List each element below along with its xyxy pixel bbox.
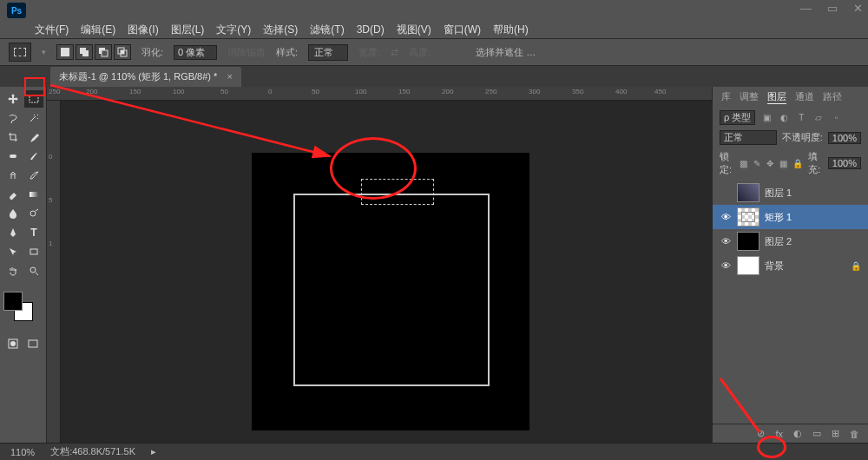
document-tab-close[interactable]: × [227,71,232,82]
menu-help[interactable]: 帮助(H) [493,23,529,37]
delete-layer-icon[interactable]: 🗑 [850,429,859,439]
menu-view[interactable]: 视图(V) [397,23,431,37]
svg-rect-7 [121,50,124,54]
tool-pen[interactable] [3,224,23,241]
layer-row[interactable]: 图层 1 [713,181,868,205]
layer-name[interactable]: 图层 2 [765,235,792,248]
visibility-toggle[interactable]: 👁 [720,212,732,222]
svg-point-15 [10,341,16,346]
window-close[interactable]: ✕ [853,2,863,15]
fill-input[interactable]: 100% [828,157,861,169]
tool-history-brush[interactable] [24,167,43,184]
fx-icon[interactable]: fx [775,429,783,439]
filter-shape-icon[interactable]: ▱ [812,113,825,123]
screen-mode[interactable] [25,335,42,352]
tool-eraser[interactable] [3,186,23,203]
tool-preset-chevron-icon[interactable]: ▾ [42,48,46,56]
feather-input[interactable]: 0 像素 [174,45,217,60]
layer-row[interactable]: 👁 矩形 1 [713,205,868,229]
svg-rect-9 [10,154,16,158]
layer-row[interactable]: 👁 图层 2 [713,229,868,253]
window-minimize[interactable]: — [800,2,812,15]
tab-channels[interactable]: 通道 [795,90,814,104]
active-tool-preview[interactable] [9,43,31,62]
tool-clone[interactable] [3,167,23,184]
adjustment-icon[interactable]: ▭ [812,428,821,439]
menu-3d[interactable]: 3D(D) [357,23,385,36]
canvas[interactable] [61,101,712,443]
layer-row[interactable]: 👁 背景 🔒 [713,253,868,278]
ruler-mark: 50 [220,88,228,95]
layer-thumb [737,207,760,227]
lock-paint-icon[interactable]: ✎ [753,158,760,168]
filter-smart-icon[interactable]: ▫ [830,113,842,123]
mask-icon[interactable]: ◐ [793,428,802,439]
menu-type[interactable]: 文字(Y) [216,23,251,37]
menu-window[interactable]: 窗口(W) [444,23,481,37]
style-select[interactable]: 正常 [308,44,348,61]
selection-subtract[interactable] [95,44,112,60]
lock-nest-icon[interactable]: ▦ [779,158,787,168]
menu-edit[interactable]: 编辑(E) [81,23,115,37]
blend-mode-select[interactable]: 正常 [720,130,777,145]
menu-filter[interactable]: 滤镜(T) [310,23,344,37]
status-chevron-icon[interactable]: ▸ [151,446,156,457]
visibility-toggle[interactable]: 👁 [720,260,732,271]
tool-crop[interactable] [3,128,23,146]
menu-bar: 文件(F) 编辑(E) 图像(I) 图层(L) 文字(Y) 选择(S) 滤镜(T… [0,21,868,38]
refine-edge-button[interactable]: 选择并遮住 … [476,46,536,59]
layer-name[interactable]: 矩形 1 [765,211,792,224]
zoom-level[interactable]: 110% [10,447,35,457]
menu-layer[interactable]: 图层(L) [171,23,205,37]
tool-eyedropper[interactable] [24,128,43,146]
filter-adjust-icon[interactable]: ◐ [778,113,790,123]
tool-marquee[interactable] [24,90,43,108]
menu-file[interactable]: 文件(F) [35,23,69,37]
tool-rectangle[interactable] [24,243,43,260]
tab-adjust[interactable]: 调整 [740,90,759,104]
tool-dodge[interactable] [24,205,43,222]
ruler-horizontal[interactable]: 250 200 150 100 50 0 50 100 150 200 250 … [47,87,712,101]
document-artboard [252,153,529,430]
tool-gradient[interactable] [24,186,43,203]
color-swatches[interactable] [3,292,33,321]
tab-layers[interactable]: 图层 [767,90,786,104]
menu-image[interactable]: 图像(I) [128,23,158,37]
opacity-input[interactable]: 100% [828,132,861,144]
foreground-color[interactable] [3,292,23,311]
lock-all-icon[interactable]: 🔒 [792,158,803,168]
visibility-toggle[interactable]: 👁 [720,236,732,246]
tool-move[interactable] [3,90,23,108]
tool-healing[interactable] [3,148,23,165]
tool-path-select[interactable] [3,243,23,260]
layer-name[interactable]: 图层 1 [765,187,792,200]
ruler-vertical[interactable]: 0 5 1 [47,101,61,443]
lock-trans-icon[interactable]: ▩ [740,158,747,168]
filter-pixel-icon[interactable]: ▣ [760,113,773,123]
ruler-mark: 0 [49,153,52,161]
tool-brush[interactable] [24,148,43,165]
tool-zoom[interactable] [24,262,43,279]
document-tab[interactable]: 未标题-1 @ 110% (矩形 1, RGB/8#) * × [50,67,241,87]
link-layers-icon[interactable]: ⊘ [757,428,765,439]
selection-intersect[interactable] [114,44,131,60]
menu-select[interactable]: 选择(S) [263,23,298,37]
new-layer-icon[interactable]: ⊞ [832,428,839,439]
tool-hand[interactable] [3,262,23,279]
tab-paths[interactable]: 路径 [823,90,842,104]
window-maximize[interactable]: ▭ [827,2,838,15]
tool-magic-wand[interactable] [24,109,43,127]
layer-filter-kind[interactable]: ρ 类型 [720,110,755,125]
tool-lasso[interactable] [3,109,23,127]
antialias-checkbox: 消除锯齿 [227,46,266,59]
quick-mask[interactable] [5,335,22,352]
layer-name[interactable]: 背景 [765,260,784,273]
lock-pos-icon[interactable]: ✥ [766,158,773,168]
tab-library[interactable]: 库 [721,90,731,104]
selection-add[interactable] [76,44,93,60]
document-tab-title: 未标题-1 @ 110% (矩形 1, RGB/8#) * [59,71,217,82]
tool-type[interactable]: T [24,224,43,241]
selection-new[interactable] [56,44,74,60]
tool-blur[interactable] [3,205,23,222]
filter-type-icon[interactable]: T [795,113,807,123]
